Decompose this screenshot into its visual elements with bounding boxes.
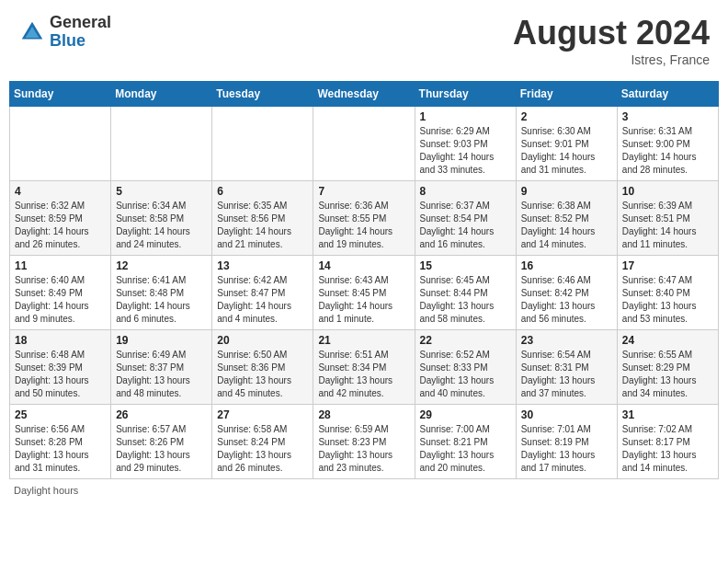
day-info: Sunrise: 6:38 AM Sunset: 8:52 PM Dayligh…	[521, 200, 612, 251]
day-number: 31	[622, 408, 713, 421]
day-info: Sunrise: 6:57 AM Sunset: 8:26 PM Dayligh…	[116, 423, 207, 475]
title-block: August 2024 Istres, France	[513, 14, 710, 67]
day-number: 17	[622, 259, 713, 272]
calendar-day-header: Thursday	[415, 82, 516, 107]
day-info: Sunrise: 6:41 AM Sunset: 8:48 PM Dayligh…	[116, 274, 207, 326]
day-info: Sunrise: 6:50 AM Sunset: 8:36 PM Dayligh…	[217, 349, 308, 400]
calendar-cell: 19Sunrise: 6:49 AM Sunset: 8:37 PM Dayli…	[111, 330, 212, 405]
calendar-week-row: 11Sunrise: 6:40 AM Sunset: 8:49 PM Dayli…	[10, 256, 719, 330]
calendar-cell: 25Sunrise: 6:56 AM Sunset: 8:28 PM Dayli…	[10, 405, 111, 479]
calendar-cell: 28Sunrise: 6:59 AM Sunset: 8:23 PM Dayli…	[313, 405, 415, 479]
calendar-day-header: Sunday	[10, 82, 111, 107]
day-number: 11	[15, 259, 106, 272]
day-number: 14	[318, 259, 409, 272]
calendar-cell: 8Sunrise: 6:37 AM Sunset: 8:54 PM Daylig…	[415, 181, 516, 256]
day-info: Sunrise: 6:30 AM Sunset: 9:01 PM Dayligh…	[521, 125, 612, 177]
calendar-week-row: 1Sunrise: 6:29 AM Sunset: 9:03 PM Daylig…	[10, 107, 719, 181]
day-number: 26	[116, 408, 207, 421]
day-info: Sunrise: 6:43 AM Sunset: 8:45 PM Dayligh…	[318, 274, 409, 326]
day-info: Sunrise: 7:01 AM Sunset: 8:19 PM Dayligh…	[521, 423, 612, 475]
day-number: 9	[521, 185, 612, 198]
calendar-cell: 29Sunrise: 7:00 AM Sunset: 8:21 PM Dayli…	[415, 405, 516, 479]
calendar-cell: 24Sunrise: 6:55 AM Sunset: 8:29 PM Dayli…	[617, 330, 718, 405]
calendar-cell: 5Sunrise: 6:34 AM Sunset: 8:58 PM Daylig…	[111, 181, 212, 256]
day-number: 7	[318, 185, 409, 198]
day-info: Sunrise: 6:32 AM Sunset: 8:59 PM Dayligh…	[15, 200, 106, 251]
day-info: Sunrise: 6:42 AM Sunset: 8:47 PM Dayligh…	[217, 274, 308, 326]
day-info: Sunrise: 6:35 AM Sunset: 8:56 PM Dayligh…	[217, 200, 308, 251]
calendar-week-row: 25Sunrise: 6:56 AM Sunset: 8:28 PM Dayli…	[10, 405, 719, 479]
day-number: 27	[217, 408, 308, 421]
location: Istres, France	[513, 52, 710, 67]
month-title: August 2024	[513, 14, 710, 52]
calendar-cell	[111, 107, 212, 181]
day-number: 28	[318, 408, 409, 421]
calendar-cell: 13Sunrise: 6:42 AM Sunset: 8:47 PM Dayli…	[212, 256, 313, 330]
day-info: Sunrise: 6:48 AM Sunset: 8:39 PM Dayligh…	[15, 349, 106, 400]
calendar-week-row: 18Sunrise: 6:48 AM Sunset: 8:39 PM Dayli…	[10, 330, 719, 405]
calendar-cell: 11Sunrise: 6:40 AM Sunset: 8:49 PM Dayli…	[10, 256, 111, 330]
day-number: 12	[116, 259, 207, 272]
daylight-label: Daylight hours	[14, 485, 78, 496]
calendar-cell: 3Sunrise: 6:31 AM Sunset: 9:00 PM Daylig…	[617, 107, 718, 181]
calendar-cell	[212, 107, 313, 181]
day-number: 3	[622, 110, 713, 123]
calendar-cell: 15Sunrise: 6:45 AM Sunset: 8:44 PM Dayli…	[415, 256, 516, 330]
day-number: 21	[318, 334, 409, 347]
calendar-cell: 17Sunrise: 6:47 AM Sunset: 8:40 PM Dayli…	[617, 256, 718, 330]
calendar-cell: 6Sunrise: 6:35 AM Sunset: 8:56 PM Daylig…	[212, 181, 313, 256]
calendar-cell: 4Sunrise: 6:32 AM Sunset: 8:59 PM Daylig…	[10, 181, 111, 256]
calendar-day-header: Monday	[111, 82, 212, 107]
day-number: 6	[217, 185, 308, 198]
calendar-table: SundayMondayTuesdayWednesdayThursdayFrid…	[9, 81, 719, 479]
day-number: 2	[521, 110, 612, 123]
calendar-header-row: SundayMondayTuesdayWednesdayThursdayFrid…	[10, 82, 719, 107]
day-number: 29	[420, 408, 511, 421]
calendar-cell: 14Sunrise: 6:43 AM Sunset: 8:45 PM Dayli…	[313, 256, 415, 330]
calendar-cell: 23Sunrise: 6:54 AM Sunset: 8:31 PM Dayli…	[516, 330, 617, 405]
calendar-cell: 21Sunrise: 6:51 AM Sunset: 8:34 PM Dayli…	[313, 330, 415, 405]
day-info: Sunrise: 6:46 AM Sunset: 8:42 PM Dayligh…	[521, 274, 612, 326]
calendar-day-header: Wednesday	[313, 82, 415, 107]
day-number: 8	[420, 185, 511, 198]
logo-icon	[18, 18, 46, 46]
logo-general: General	[50, 14, 111, 32]
calendar-day-header: Friday	[516, 82, 617, 107]
calendar-day-header: Tuesday	[212, 82, 313, 107]
day-info: Sunrise: 6:51 AM Sunset: 8:34 PM Dayligh…	[318, 349, 409, 400]
day-number: 18	[15, 334, 106, 347]
day-info: Sunrise: 6:36 AM Sunset: 8:55 PM Dayligh…	[318, 200, 409, 251]
day-number: 22	[420, 334, 511, 347]
day-number: 20	[217, 334, 308, 347]
day-info: Sunrise: 6:45 AM Sunset: 8:44 PM Dayligh…	[420, 274, 511, 326]
calendar-cell: 27Sunrise: 6:58 AM Sunset: 8:24 PM Dayli…	[212, 405, 313, 479]
calendar-cell: 1Sunrise: 6:29 AM Sunset: 9:03 PM Daylig…	[415, 107, 516, 181]
day-info: Sunrise: 6:47 AM Sunset: 8:40 PM Dayligh…	[622, 274, 713, 326]
day-number: 1	[420, 110, 511, 123]
day-number: 25	[15, 408, 106, 421]
calendar-day-header: Saturday	[617, 82, 718, 107]
day-number: 10	[622, 185, 713, 198]
footer-note: Daylight hours	[9, 485, 719, 496]
day-info: Sunrise: 7:00 AM Sunset: 8:21 PM Dayligh…	[420, 423, 511, 475]
day-info: Sunrise: 6:29 AM Sunset: 9:03 PM Dayligh…	[420, 125, 511, 177]
day-info: Sunrise: 6:34 AM Sunset: 8:58 PM Dayligh…	[116, 200, 207, 251]
calendar-cell: 20Sunrise: 6:50 AM Sunset: 8:36 PM Dayli…	[212, 330, 313, 405]
logo-text: General Blue	[50, 14, 111, 51]
day-info: Sunrise: 6:52 AM Sunset: 8:33 PM Dayligh…	[420, 349, 511, 400]
calendar-cell: 30Sunrise: 7:01 AM Sunset: 8:19 PM Dayli…	[516, 405, 617, 479]
day-number: 16	[521, 259, 612, 272]
day-info: Sunrise: 6:54 AM Sunset: 8:31 PM Dayligh…	[521, 349, 612, 400]
calendar-cell	[313, 107, 415, 181]
day-info: Sunrise: 6:31 AM Sunset: 9:00 PM Dayligh…	[622, 125, 713, 177]
calendar-cell: 22Sunrise: 6:52 AM Sunset: 8:33 PM Dayli…	[415, 330, 516, 405]
calendar-cell: 31Sunrise: 7:02 AM Sunset: 8:17 PM Dayli…	[617, 405, 718, 479]
day-info: Sunrise: 6:37 AM Sunset: 8:54 PM Dayligh…	[420, 200, 511, 251]
day-number: 15	[420, 259, 511, 272]
day-info: Sunrise: 6:55 AM Sunset: 8:29 PM Dayligh…	[622, 349, 713, 400]
day-info: Sunrise: 7:02 AM Sunset: 8:17 PM Dayligh…	[622, 423, 713, 475]
logo-blue: Blue	[50, 32, 111, 51]
calendar-cell: 26Sunrise: 6:57 AM Sunset: 8:26 PM Dayli…	[111, 405, 212, 479]
calendar-cell: 2Sunrise: 6:30 AM Sunset: 9:01 PM Daylig…	[516, 107, 617, 181]
day-info: Sunrise: 6:59 AM Sunset: 8:23 PM Dayligh…	[318, 423, 409, 475]
